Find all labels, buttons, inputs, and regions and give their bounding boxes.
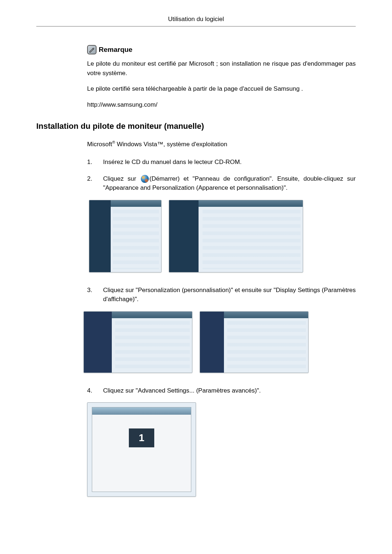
steps-list: 3. Cliquez sur "Personalization (personn… [87,286,356,304]
registered-symbol: ® [112,140,115,144]
step-text: Cliquez sur "Personalization (personnali… [103,286,356,304]
screenshot-appearance-panel [83,311,192,373]
figure-row [36,311,356,373]
screenshot-start-menu [89,200,162,272]
remark-block: Remarque Le pilote du moniteur est certi… [87,45,356,110]
remark-url: http://www.samsung.com/ [87,100,356,110]
step-text: Cliquez sur "Advanced Settings... (Param… [103,386,356,395]
subtitle-text: Microsoft [87,141,112,148]
step-number: 3. [87,286,94,304]
step-number: 2. [87,174,94,193]
step-number: 4. [87,386,94,395]
steps-list: 1. Insérez le CD du manuel dans le lecte… [87,157,356,193]
remark-head: Remarque [87,45,356,55]
step-number: 1. [87,157,94,167]
screenshot-personalization-panel [200,311,309,373]
step-item: 2. Cliquez sur (Démarrer) et "Panneau de… [87,174,356,193]
remark-body: Le pilote du moniteur est certifié par M… [87,59,356,109]
figure-row: 1 [87,402,356,497]
remark-paragraph: Le pilote du moniteur est certifié par M… [87,59,356,78]
remark-label: Remarque [99,45,132,55]
section-subtitle: Microsoft® Windows Vista™, système d'exp… [87,139,356,149]
steps-list: 4. Cliquez sur "Advanced Settings... (Pa… [87,386,356,395]
subtitle-text: Windows Vista [115,141,157,148]
page-header: Utilisation du logiciel [36,15,356,26]
monitor-number-label: 1 [129,428,154,447]
section-title: Installation du pilote de moniteur (manu… [36,120,356,132]
remark-paragraph: Le pilote certifié sera téléchargeable à… [87,84,356,94]
note-icon [87,45,97,54]
trademark-symbol: ™ [157,141,163,148]
step-item: 4. Cliquez sur "Advanced Settings... (Pa… [87,386,356,395]
screenshot-control-panel [169,200,303,272]
step-text-before: Cliquez sur [103,175,136,182]
step-text: Cliquez sur (Démarrer) et "Panneau de co… [103,174,356,193]
step-item: 1. Insérez le CD du manuel dans le lecte… [87,157,356,167]
subtitle-text: , système d'exploitation [163,141,227,148]
screenshot-display-settings-dialog: 1 [87,402,196,497]
step-text: Insérez le CD du manuel dans le lecteur … [103,157,356,167]
step-item: 3. Cliquez sur "Personalization (personn… [87,286,356,304]
windows-start-icon [141,175,149,183]
figure-row [36,200,356,272]
